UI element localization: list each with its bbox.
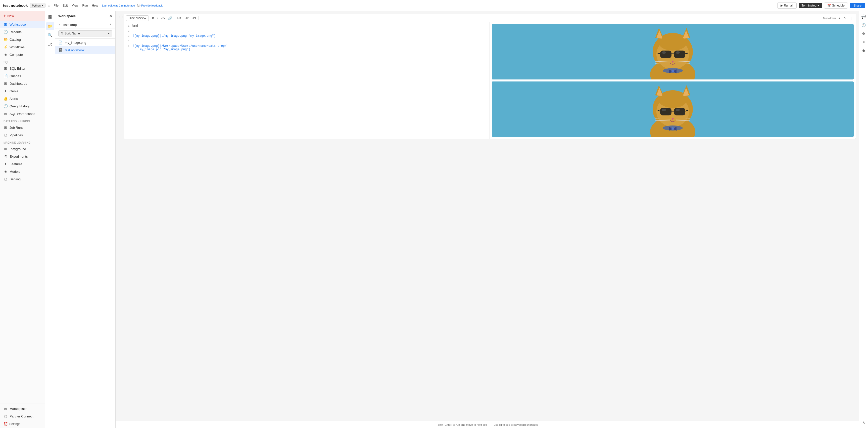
right-panel: 💬 🕐 ⚙ ≡ 🗑 ⤡ (859, 11, 868, 428)
right-history-button[interactable]: 🕐 (860, 22, 867, 29)
cell-body: 1 %md 2 3 ![my_image.png](./my_image.png (124, 22, 856, 139)
right-delete-button[interactable]: 🗑 (860, 47, 867, 54)
right-resize-button[interactable]: ⤡ (860, 419, 867, 426)
sidebar-item-query-history[interactable]: 🕐 Query History (0, 102, 45, 110)
h3-button[interactable]: H3 (191, 16, 197, 21)
iconbar-search[interactable]: 🔍 (46, 31, 54, 39)
sidebar-item-sql-warehouses[interactable]: ⊞ SQL Warehouses (0, 110, 45, 117)
menu-help[interactable]: Help (92, 4, 98, 7)
python-badge[interactable]: Python ▾ (30, 3, 45, 8)
sidebar-item-queries[interactable]: 📄 Queries (0, 72, 45, 80)
sql-section-label: SQL (0, 58, 45, 65)
h1-button[interactable]: H1 (177, 16, 183, 21)
iconbar-notebook[interactable]: 📓 (46, 13, 54, 21)
feedback-button[interactable]: 💬 Provide feedback (137, 4, 163, 7)
toolbar-sep-1 (175, 16, 175, 20)
sidebar-item-genie[interactable]: ✦ Genie (0, 87, 45, 95)
main-layout: + New ⊞ Workspace 🕐 Recents 📂 Catalog ⚡ … (0, 11, 868, 428)
topbar-menus: File Edit View Run Help (54, 4, 98, 7)
menu-run[interactable]: Run (82, 4, 88, 7)
italic-button[interactable]: I (156, 16, 159, 21)
filebrowser-header: Workspace ✕ (55, 11, 115, 21)
sidebar-item-models[interactable]: ◈ Models (0, 168, 45, 175)
svg-rect-34 (660, 108, 672, 115)
iconbar-files[interactable]: 📁 (46, 22, 54, 30)
code-line-5: 5 ![my_image.png](/Workspace/Users/usern… (124, 44, 490, 51)
cell-more-button[interactable]: ⋮ (848, 16, 854, 21)
sidebar-item-features[interactable]: ✦ Features (0, 160, 45, 168)
data-eng-section-label: Data Engineering (0, 117, 45, 124)
new-button[interactable]: + New (0, 11, 45, 21)
statusbar: [Shift+Enter] to run and move to next ce… (116, 421, 859, 428)
file-item-test-notebook[interactable]: 📓 test notebook (55, 46, 115, 54)
genie-icon: ✦ (3, 89, 7, 93)
svg-point-40 (676, 109, 680, 111)
iconbar: 📓 📁 🔍 ⎇ (45, 11, 55, 428)
menu-file[interactable]: File (54, 4, 59, 7)
sidebar: + New ⊞ Workspace 🕐 Recents 📂 Catalog ⚡ … (0, 11, 45, 428)
sidebar-item-catalog[interactable]: 📂 Catalog (0, 36, 45, 43)
expand-button[interactable]: ⤡ (843, 16, 847, 21)
sidebar-item-dashboards[interactable]: ⊞ Dashboards (0, 80, 45, 87)
link-button[interactable]: 🔗 (167, 16, 173, 21)
topbar-right: ▶ Run all Terminated ▾ 📅 Schedule Share (777, 2, 865, 8)
sidebar-item-compute[interactable]: ◈ Compute (0, 51, 45, 58)
code-area[interactable]: 1 %md 2 3 ![my_image.png](./my_image.png (124, 22, 490, 139)
sql-warehouses-icon: ⊞ (3, 112, 7, 116)
terminated-button[interactable]: Terminated ▾ (799, 3, 822, 8)
sidebar-item-workflows[interactable]: ⚡ Workflows (0, 43, 45, 51)
filebrowser-more-icon[interactable]: ⋮ (108, 23, 112, 27)
sidebar-item-sql-editor[interactable]: ⊞ SQL Editor (0, 65, 45, 72)
file-item-my-image[interactable]: 📄 my_image.png (55, 39, 115, 46)
last-edit[interactable]: Last edit was 1 minute ago (102, 4, 135, 7)
code-button[interactable]: <> (160, 16, 166, 21)
iconbar-git[interactable]: ⎇ (46, 40, 54, 48)
code-line-2: 2 (124, 29, 490, 34)
svg-point-49 (672, 127, 674, 130)
sidebar-item-pipelines[interactable]: ◌ Pipelines (0, 131, 45, 139)
cat-image-2 (492, 82, 854, 137)
sidebar-item-marketplace[interactable]: ⊞ Marketplace (0, 405, 45, 412)
sidebar-item-experiments[interactable]: ⚗ Experiments (0, 153, 45, 160)
svg-point-14 (662, 51, 666, 54)
cell-container: ⋮⋮ Hide preview B I <> 🔗 H1 H2 (116, 11, 859, 421)
run-all-button[interactable]: ▶ Run all (777, 2, 796, 8)
star-icon[interactable]: ☆ (48, 3, 51, 7)
sort-button[interactable]: ⇅ Sort: Name ▾ (58, 30, 112, 36)
right-lines-button[interactable]: ≡ (860, 39, 867, 46)
code-line-3: 3 ![my_image.png](./my_image.png "my_ima… (124, 34, 490, 39)
back-arrow-icon[interactable]: ← (58, 23, 62, 27)
svg-point-8 (659, 35, 687, 51)
sidebar-item-recents[interactable]: 🕐 Recents (0, 28, 45, 36)
svg-rect-9 (660, 51, 672, 58)
numbered-list-button[interactable]: ☰☰ (206, 16, 214, 21)
experiments-icon: ⚗ (3, 154, 7, 159)
right-settings-button[interactable]: ⚙ (860, 30, 867, 37)
cell-drag-handle[interactable]: ⋮⋮ (119, 14, 124, 20)
bold-button[interactable]: B (151, 16, 155, 21)
schedule-button[interactable]: 📅 Schedule (824, 2, 848, 8)
sidebar-item-serving[interactable]: ◌ Serving (0, 175, 45, 183)
plus-icon: + (3, 13, 6, 18)
right-chat-button[interactable]: 💬 (860, 13, 867, 20)
recents-icon: 🕐 (3, 30, 7, 34)
sidebar-item-job-runs[interactable]: ⊞ Job Runs (0, 124, 45, 131)
bullet-list-button[interactable]: ☰ (200, 16, 205, 21)
sidebar-item-alerts[interactable]: 🔔 Alerts (0, 95, 45, 102)
cat-image-1 (492, 24, 854, 80)
sidebar-item-playground[interactable]: ⊞ Playground (0, 145, 45, 153)
share-button[interactable]: Share (850, 3, 865, 8)
svg-point-15 (676, 51, 680, 54)
sidebar-item-partner-connect[interactable]: ◌ Partner Connect (0, 412, 45, 420)
toolbar-sep-2 (198, 16, 198, 20)
catalog-icon: 📂 (3, 37, 7, 41)
schedule-icon: 📅 (827, 4, 831, 7)
sidebar-item-workspace[interactable]: ⊞ Workspace (0, 21, 45, 28)
hide-preview-button[interactable]: Hide preview (126, 15, 149, 21)
menu-view[interactable]: View (72, 4, 79, 7)
magic-button[interactable]: ✦ (837, 16, 842, 21)
h2-button[interactable]: H2 (183, 16, 190, 21)
filebrowser-close[interactable]: ✕ (109, 13, 112, 18)
menu-edit[interactable]: Edit (63, 4, 68, 7)
cell-toolbar-right: Markdown ✦ ⤡ ⋮ (823, 16, 854, 21)
